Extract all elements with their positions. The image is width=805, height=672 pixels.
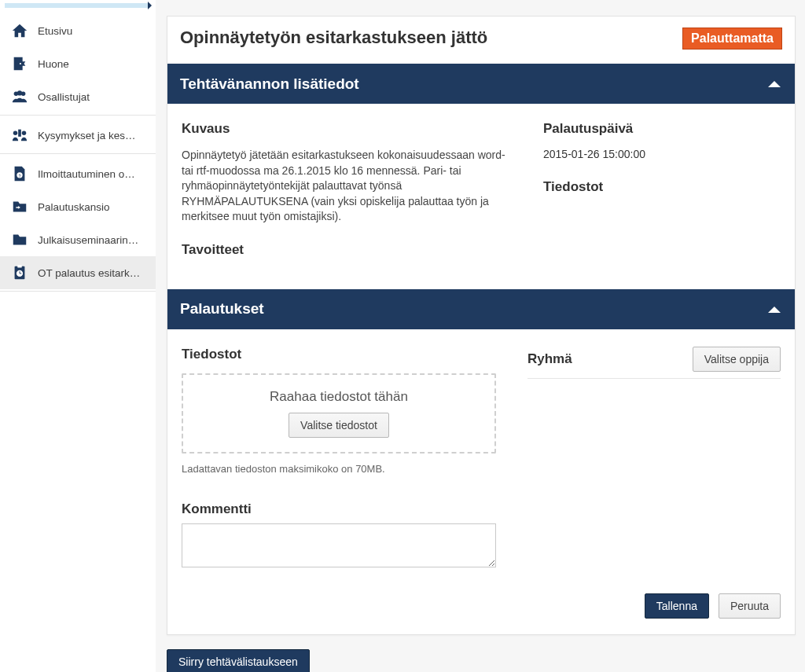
dropzone-title: Raahaa tiedostot tähän bbox=[197, 389, 480, 405]
nav-registration[interactable]: ? Ilmoittautuminen o… bbox=[0, 157, 156, 190]
nav-participants[interactable]: Osallistujat bbox=[0, 80, 156, 113]
nav-ot-submission[interactable]: OT palautus esitark… bbox=[0, 256, 156, 289]
sidebar: Etusivu Huone Osallistujat Kysymykse bbox=[0, 0, 156, 672]
description-label: Kuvaus bbox=[182, 121, 512, 137]
nav-room[interactable]: Huone bbox=[0, 47, 156, 80]
nav-questions[interactable]: Kysymykset ja kes… bbox=[0, 119, 156, 152]
file-dropzone[interactable]: Raahaa tiedostot tähän Valitse tiedostot bbox=[182, 373, 496, 454]
section-submissions[interactable]: Palautukset bbox=[167, 289, 795, 329]
page-title: Opinnäytetyön esitarkastukseen jättö bbox=[180, 28, 487, 48]
save-button[interactable]: Tallenna bbox=[645, 593, 709, 619]
choose-files-button[interactable]: Valitse tiedostot bbox=[289, 413, 389, 438]
nav-return-folder-label: Palautuskansio bbox=[38, 201, 110, 213]
chevron-up-icon bbox=[766, 75, 782, 93]
choose-student-button[interactable]: Valitse oppija bbox=[693, 347, 781, 372]
svg-point-3 bbox=[17, 90, 22, 95]
file-size-hint: Ladattavan tiedoston maksimikoko on 70MB… bbox=[182, 463, 496, 475]
clipboard-clock-icon bbox=[9, 264, 30, 281]
svg-point-4 bbox=[13, 131, 18, 136]
back-to-task-list-button[interactable]: Siirry tehtävälistaukseen bbox=[167, 649, 310, 672]
svg-rect-6 bbox=[18, 130, 21, 137]
people-icon bbox=[9, 88, 30, 105]
comment-label: Kommentti bbox=[182, 501, 496, 517]
folder-back-icon bbox=[9, 198, 30, 215]
door-icon bbox=[9, 55, 30, 72]
qa-icon bbox=[9, 127, 30, 144]
return-date-value: 2015-01-26 15:00:00 bbox=[543, 148, 781, 160]
group-label: Ryhmä bbox=[527, 351, 572, 367]
nav-home-label: Etusivu bbox=[38, 25, 72, 37]
description-text: Opinnäytetyö jätetään esitarkastukseen k… bbox=[182, 148, 512, 225]
comment-textarea[interactable] bbox=[182, 523, 496, 567]
nav-room-label: Huone bbox=[38, 58, 69, 70]
svg-point-0 bbox=[20, 63, 21, 64]
assignment-files-label: Tiedostot bbox=[543, 179, 781, 195]
folder-icon bbox=[9, 231, 30, 248]
nav-publish-seminar[interactable]: Julkaisuseminaarin… bbox=[0, 223, 156, 256]
svg-point-5 bbox=[22, 131, 27, 136]
section-assignment-details-title: Tehtävänannon lisätiedot bbox=[180, 75, 359, 93]
nav-ot-submission-label: OT palautus esitark… bbox=[38, 267, 140, 279]
nav-questions-label: Kysymykset ja kes… bbox=[38, 130, 136, 141]
nav-home[interactable]: Etusivu bbox=[0, 14, 156, 47]
chevron-up-icon bbox=[766, 300, 782, 318]
goals-label: Tavoitteet bbox=[182, 242, 512, 258]
nav-return-folder[interactable]: Palautuskansio bbox=[0, 190, 156, 223]
nav-participants-label: Osallistujat bbox=[38, 91, 90, 103]
sidebar-top-indicator[interactable] bbox=[5, 3, 150, 8]
file-info-icon: ? bbox=[9, 165, 30, 182]
return-date-label: Palautuspäivä bbox=[543, 121, 781, 137]
main-content: Opinnäytetyön esitarkastukseen jättö Pal… bbox=[156, 0, 805, 672]
nav-publish-seminar-label: Julkaisuseminaarin… bbox=[38, 234, 138, 246]
section-submissions-title: Palautukset bbox=[180, 300, 264, 318]
nav-registration-label: Ilmoittautuminen o… bbox=[38, 168, 135, 180]
home-icon bbox=[9, 22, 30, 39]
svg-text:?: ? bbox=[18, 174, 20, 178]
section-assignment-details[interactable]: Tehtävänannon lisätiedot bbox=[167, 64, 795, 104]
cancel-button[interactable]: Peruuta bbox=[719, 593, 781, 619]
submission-files-label: Tiedostot bbox=[182, 347, 496, 362]
status-badge: Palauttamatta bbox=[682, 28, 782, 50]
svg-rect-10 bbox=[17, 265, 22, 268]
